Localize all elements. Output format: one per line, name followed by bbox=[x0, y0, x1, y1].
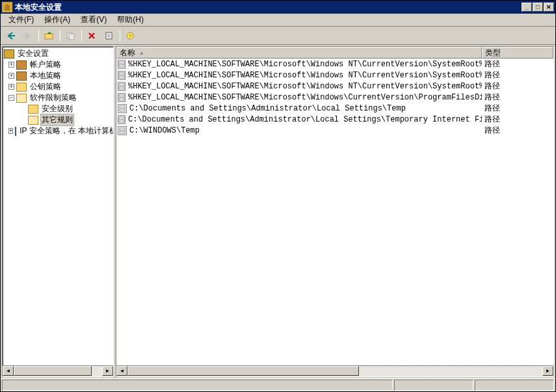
tree-root[interactable]: 安全设置 bbox=[4, 48, 112, 59]
collapse-icon[interactable]: − bbox=[8, 95, 14, 101]
maximize-button[interactable]: □ bbox=[533, 3, 543, 12]
scroll-track[interactable] bbox=[359, 366, 542, 376]
column-header-type[interactable]: 类型 bbox=[482, 47, 553, 59]
folder-up-icon bbox=[44, 31, 55, 40]
cell-name: %HKEY_LOCAL_MACHINE\SOFTWARE\Microsoft\W… bbox=[116, 82, 482, 91]
menu-help[interactable]: 帮助(H) bbox=[112, 13, 149, 27]
up-button[interactable] bbox=[42, 29, 57, 43]
scroll-right-button[interactable]: ► bbox=[102, 366, 113, 376]
toolbar-separator bbox=[38, 30, 39, 42]
folder-open-icon bbox=[16, 94, 27, 103]
spacer bbox=[20, 117, 26, 123]
svg-rect-11 bbox=[119, 117, 124, 122]
list-pane: 名称 ▲ 类型 %HKEY_LOCAL_MACHINE\SOFTWARE\Mic… bbox=[116, 46, 554, 377]
svg-rect-10 bbox=[120, 106, 125, 111]
folder-icon bbox=[16, 83, 27, 92]
tree-label: 帐户策略 bbox=[29, 59, 62, 70]
arrow-right-icon bbox=[23, 31, 33, 40]
copy-button[interactable] bbox=[63, 29, 79, 43]
path-rule-icon bbox=[118, 104, 127, 113]
close-button[interactable]: ✕ bbox=[544, 3, 554, 12]
svg-rect-6 bbox=[119, 62, 124, 67]
list-scrollbar[interactable]: ◄ ► bbox=[116, 365, 553, 376]
tree-node-software-restriction[interactable]: − 软件限制策略 bbox=[8, 92, 112, 103]
row-name: %HKEY_LOCAL_MACHINE\SOFTWARE\Microsoft\W… bbox=[128, 82, 482, 91]
menu-view[interactable]: 查看(V) bbox=[75, 13, 112, 27]
cell-type: 路径 bbox=[482, 59, 553, 70]
titlebar[interactable]: 本地安全设置 _ □ ✕ bbox=[1, 1, 555, 14]
tree-label: 安全级别 bbox=[40, 103, 74, 114]
cell-type: 路径 bbox=[482, 125, 553, 136]
tree-scrollbar[interactable]: ◄ ► bbox=[3, 365, 113, 376]
help-icon: ? bbox=[126, 31, 136, 40]
list-header: 名称 ▲ 类型 bbox=[116, 47, 553, 59]
tree-node-local-policies[interactable]: + 本地策略 bbox=[8, 70, 112, 81]
refresh-icon bbox=[104, 31, 114, 40]
list-body[interactable]: %HKEY_LOCAL_MACHINE\SOFTWARE\Microsoft\W… bbox=[116, 59, 553, 365]
list-row[interactable]: C:\WINDOWS\Temp路径 bbox=[116, 125, 553, 136]
row-name: %HKEY_LOCAL_MACHINE\SOFTWARE\Microsoft\W… bbox=[128, 93, 482, 102]
delete-button[interactable] bbox=[85, 29, 100, 43]
content-area: 安全设置 + 帐户策略 + 本地策略 + 公钥策略 bbox=[1, 45, 555, 378]
list-row[interactable]: C:\Documents and Settings\Administrator\… bbox=[116, 103, 553, 114]
path-rule-icon bbox=[118, 60, 126, 69]
refresh-button[interactable] bbox=[101, 29, 117, 43]
scroll-right-button[interactable]: ► bbox=[542, 366, 553, 376]
tree[interactable]: 安全设置 + 帐户策略 + 本地策略 + 公钥策略 bbox=[3, 47, 113, 365]
copy-icon bbox=[66, 31, 76, 40]
toolbar-separator bbox=[81, 30, 82, 42]
list-row[interactable]: C:\Documents and Settings\Administrator\… bbox=[116, 114, 553, 125]
back-button[interactable] bbox=[3, 29, 19, 43]
scroll-left-button[interactable]: ◄ bbox=[3, 366, 14, 376]
tree-pane: 安全设置 + 帐户策略 + 本地策略 + 公钥策略 bbox=[2, 46, 114, 377]
row-name: C:\WINDOWS\Temp bbox=[129, 126, 200, 135]
scroll-thumb[interactable] bbox=[127, 366, 359, 376]
list-row[interactable]: %HKEY_LOCAL_MACHINE\SOFTWARE\Microsoft\W… bbox=[116, 59, 553, 70]
menu-action[interactable]: 操作(A) bbox=[39, 13, 75, 27]
forward-button[interactable] bbox=[20, 29, 36, 43]
path-rule-icon bbox=[118, 93, 126, 102]
tree-label: 安全设置 bbox=[16, 48, 50, 59]
tree-node-security-levels[interactable]: 安全级别 bbox=[20, 103, 112, 114]
svg-rect-7 bbox=[119, 73, 124, 78]
cell-name: C:\WINDOWS\Temp bbox=[116, 126, 482, 135]
scroll-left-button[interactable]: ◄ bbox=[116, 366, 127, 376]
window-controls: _ □ ✕ bbox=[522, 3, 554, 12]
tree-label: 本地策略 bbox=[29, 70, 62, 81]
list-row[interactable]: %HKEY_LOCAL_MACHINE\SOFTWARE\Microsoft\W… bbox=[116, 70, 553, 81]
expand-icon[interactable]: + bbox=[8, 73, 14, 79]
expand-icon[interactable]: + bbox=[8, 84, 14, 90]
col-name-label: 名称 bbox=[120, 47, 135, 59]
list-row[interactable]: %HKEY_LOCAL_MACHINE\SOFTWARE\Microsoft\W… bbox=[116, 92, 553, 103]
tree-label: 软件限制策略 bbox=[29, 92, 78, 103]
menu-file[interactable]: 文件(F) bbox=[3, 13, 39, 27]
tree-node-account-policies[interactable]: + 帐户策略 bbox=[8, 59, 112, 70]
status-cell bbox=[475, 380, 554, 391]
col-type-label: 类型 bbox=[485, 47, 501, 59]
help-button[interactable]: ? bbox=[123, 29, 139, 43]
expand-icon[interactable]: + bbox=[8, 128, 13, 134]
row-name: C:\Documents and Settings\Administrator\… bbox=[128, 115, 482, 124]
ip-policy-icon bbox=[15, 127, 16, 136]
expand-icon[interactable]: + bbox=[8, 62, 14, 68]
row-name: C:\Documents and Settings\Administrator\… bbox=[129, 104, 406, 113]
svg-rect-2 bbox=[69, 34, 74, 40]
tree-label-selected: 其它规则 bbox=[40, 114, 74, 126]
cell-name: %HKEY_LOCAL_MACHINE\SOFTWARE\Microsoft\W… bbox=[116, 60, 482, 69]
column-header-name[interactable]: 名称 ▲ bbox=[116, 47, 482, 59]
cell-type: 路径 bbox=[482, 114, 553, 125]
toolbar-separator bbox=[60, 30, 60, 42]
status-cell bbox=[394, 380, 473, 391]
policy-icon bbox=[16, 72, 27, 81]
svg-rect-12 bbox=[120, 128, 125, 133]
scroll-thumb[interactable] bbox=[14, 366, 92, 376]
cell-type: 路径 bbox=[482, 70, 553, 81]
svg-rect-9 bbox=[119, 95, 124, 100]
tree-node-additional-rules[interactable]: 其它规则 bbox=[20, 114, 112, 125]
tree-node-ip-security[interactable]: + IP 安全策略，在 本地计算机 bbox=[8, 125, 112, 137]
tree-node-pubkey-policies[interactable]: + 公钥策略 bbox=[8, 81, 112, 92]
list-row[interactable]: %HKEY_LOCAL_MACHINE\SOFTWARE\Microsoft\W… bbox=[116, 81, 553, 92]
minimize-button[interactable]: _ bbox=[522, 3, 532, 12]
spacer bbox=[20, 106, 26, 112]
scroll-track[interactable] bbox=[92, 366, 102, 376]
